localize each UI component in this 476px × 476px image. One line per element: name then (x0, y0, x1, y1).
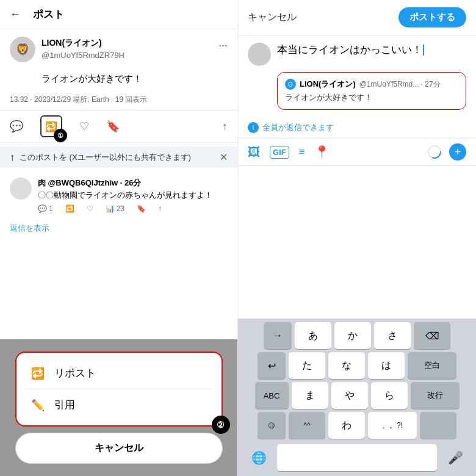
bookmark-icon[interactable]: 🔖 (106, 120, 120, 133)
compose-text-input[interactable]: 本当にライオンはかっこいい！ O LION(ライオン) @1mUoYf5Rmd.… (277, 43, 466, 110)
keyboard-bottom-row: 🌐 🎤 (240, 442, 474, 471)
show-replies-link[interactable]: 返信を表示 (0, 219, 237, 237)
keyboard-row-2: ↩ た な は 空白 (240, 352, 474, 379)
reply-bookmark-btn[interactable]: 🔖 (137, 204, 146, 213)
reply-bookmark-icon: 🔖 (137, 204, 146, 213)
mic-button[interactable]: 🎤 (442, 444, 469, 471)
info-icon: i (248, 122, 259, 133)
key-undo[interactable]: ↩ (258, 352, 286, 379)
key-wa[interactable]: わ (328, 412, 365, 439)
share-up-icon: ↑ (10, 152, 15, 163)
retweet-popup-card: 🔁 リポスト ✏️ 引用 ② (15, 352, 223, 427)
reply-like-icon: ♡ (87, 204, 93, 213)
badge-1: ① (54, 129, 67, 142)
tweet-user-row: LION(ライオン) ... (41, 37, 228, 49)
tweet-actions: 💬 🔁 ① ♡ 🔖 ↑ (0, 110, 237, 143)
key-ka[interactable]: か (334, 322, 371, 349)
key-return[interactable]: 改行 (411, 382, 460, 409)
reply-like-btn[interactable]: ♡ (87, 204, 93, 213)
audience-row: i 全員が返信できます (238, 117, 476, 139)
reply-views-btn[interactable]: 📊 23 (106, 204, 124, 213)
key-ma[interactable]: ま (292, 382, 328, 409)
repost-option[interactable]: 🔁 リポスト (16, 358, 222, 389)
spacebar[interactable] (277, 444, 437, 471)
key-sa[interactable]: さ (374, 322, 411, 349)
right-header: キャンセル ポストする (238, 0, 476, 35)
key-ya[interactable]: や (331, 382, 368, 409)
key-punct[interactable]: 、。?! (368, 412, 417, 439)
keyboard-row-4: ☺ ^^ わ 、。?! (240, 412, 474, 439)
key-ha[interactable]: は (368, 352, 405, 379)
reply-content: 肉 @BWQB6QiJtzhiw · 26分 〇〇動物園でライオンの赤ちゃんが見… (38, 178, 228, 213)
left-header: ← ポスト (0, 0, 237, 29)
key-abc[interactable]: ABC (255, 382, 289, 409)
right-panel: キャンセル ポストする 本当にライオンはかっこいい！ O LION(ライオン) … (238, 0, 476, 476)
image-button[interactable]: 🖼 (248, 145, 260, 159)
reply-retweet-icon: 🔁 (65, 204, 74, 213)
quoted-avatar: O (285, 79, 296, 90)
key-ra[interactable]: ら (371, 382, 408, 409)
share-banner: ↑ このポストを (Xユーザー以外にも共有できます) ✕ (0, 146, 237, 168)
location-button[interactable]: 📍 (314, 145, 330, 159)
list-button[interactable]: ≡ (299, 146, 305, 157)
like-icon[interactable]: ♡ (79, 120, 89, 133)
main-tweet: 🦁 LION(ライオン) ... @1mUoYf5RmdZR79H (0, 29, 237, 70)
key-arrow[interactable]: → (264, 322, 292, 349)
keyboard-row-3: ABC ま や ら 改行 (240, 382, 474, 409)
key-na[interactable]: な (328, 352, 365, 379)
quoted-handle: @1mUoYf5Rmd... · 27分 (359, 79, 441, 90)
retweet-popup-overlay: 🔁 リポスト ✏️ 引用 ② キャンセル (0, 339, 237, 476)
key-blank (420, 412, 456, 439)
gif-button[interactable]: GIF (270, 146, 289, 159)
badge-2: ② (212, 416, 230, 434)
reply-reply-icon: 💬 (38, 204, 47, 213)
reply-share-icon: ↑ (158, 204, 162, 213)
post-button[interactable]: ポストする (398, 7, 466, 27)
compose-area: 本当にライオンはかっこいい！ O LION(ライオン) @1mUoYf5Rmd.… (238, 35, 476, 117)
reply-tweet: 肉 @BWQB6QiJtzhiw · 26分 〇〇動物園でライオンの赤ちゃんが見… (0, 171, 237, 219)
reply-icon[interactable]: 💬 (10, 120, 23, 133)
compose-toolbar: 🖼 GIF ≡ 📍 + (238, 139, 476, 166)
repost-label: リポスト (54, 366, 96, 380)
reply-avatar (10, 178, 32, 200)
page-title: ポスト (33, 7, 64, 21)
key-caret[interactable]: ^^ (289, 412, 325, 439)
left-panel: ← ポスト 🦁 LION(ライオン) ... @1mUoYf5RmdZR79H … (0, 0, 238, 476)
share-icon[interactable]: ↑ (222, 120, 228, 133)
quoted-tweet: O LION(ライオン) @1mUoYf5Rmd... · 27分 ライオンが大… (277, 72, 466, 110)
tweet-text: ライオンが大好きです！ (41, 72, 228, 85)
cancel-button[interactable]: キャンセル (248, 11, 297, 24)
reply-reply-btn[interactable]: 💬 1 (38, 204, 53, 213)
key-space[interactable]: 空白 (408, 352, 456, 379)
tweet-meta: 13:32 · 2023/12/29 場所: Earth · 19 回表示 (10, 95, 228, 105)
key-ta[interactable]: た (289, 352, 325, 379)
add-post-button[interactable]: + (449, 143, 466, 160)
key-delete[interactable]: ⌫ (414, 322, 450, 349)
reply-views-count: 23 (117, 204, 124, 213)
share-close-button[interactable]: ✕ (220, 151, 228, 163)
compose-input-text: 本当にライオンはかっこいい！ (277, 43, 466, 67)
tweet-username: LION(ライオン) (41, 38, 102, 49)
quoted-text: ライオンが大好きです！ (285, 92, 458, 103)
repost-icon: 🔁 (31, 367, 45, 380)
reply-retweet-btn[interactable]: 🔁 (65, 204, 74, 213)
key-a[interactable]: あ (295, 322, 331, 349)
key-emoji[interactable]: ☺ (258, 412, 286, 439)
popup-cancel-button[interactable]: キャンセル (15, 433, 223, 464)
quote-option[interactable]: ✏️ 引用 (16, 389, 222, 420)
tweet-more-button[interactable]: ... (218, 37, 228, 49)
reply-text: 〇〇動物園でライオンの赤ちゃんが見れますよ！ (38, 190, 228, 201)
keyboard: → あ か さ ⌫ ↩ た な は 空白 ABC ま や ら 改行 ☺ ^^ わ… (238, 319, 476, 476)
tweet-content: LION(ライオン) ... @1mUoYf5RmdZR79H (41, 37, 228, 60)
reply-user-row: 肉 @BWQB6QiJtzhiw · 26分 (38, 178, 228, 189)
retweet-button[interactable]: 🔁 ① (40, 115, 62, 137)
reply-share-btn[interactable]: ↑ (158, 204, 162, 213)
reply-count: 1 (49, 204, 53, 213)
globe-button[interactable]: 🌐 (245, 444, 272, 471)
audience-text: 全員が返信できます (262, 122, 334, 133)
back-button[interactable]: ← (10, 8, 21, 21)
reply-views-icon: 📊 (106, 204, 115, 213)
compose-avatar (248, 43, 271, 66)
character-count-circle (427, 145, 442, 159)
reply-actions: 💬 1 🔁 ♡ 📊 23 🔖 ↑ (38, 204, 228, 213)
